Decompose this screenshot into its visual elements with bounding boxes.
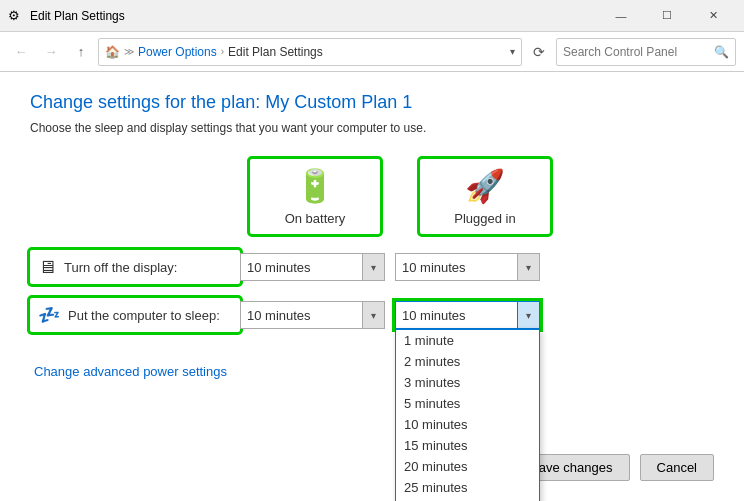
breadcrumb-dropdown-arrow[interactable]: ▾ (510, 46, 515, 57)
display-plugged-value: 10 minutes (402, 260, 533, 275)
battery-icon: 🔋 (295, 167, 335, 205)
sleep-battery-arrow: ▾ (362, 302, 384, 328)
main-content: Change settings for the plan: My Custom … (0, 72, 744, 501)
search-box: 🔍 (556, 38, 736, 66)
sleep-battery-value: 10 minutes (247, 308, 378, 323)
maximize-button[interactable]: ☐ (644, 0, 690, 32)
display-label: 🖥 Turn off the display: (30, 250, 240, 284)
titlebar-controls: — ☐ ✕ (598, 0, 736, 32)
display-setting-row: 🖥 Turn off the display: 10 minutes ▾ 10 … (30, 250, 714, 284)
breadcrumb-power-options[interactable]: Power Options (138, 45, 217, 59)
bottom-buttons: Save changes Cancel (513, 454, 714, 481)
breadcrumb-home-icon: 🏠 (105, 45, 120, 59)
display-battery-arrow: ▾ (362, 254, 384, 280)
list-item[interactable]: 15 minutes (396, 435, 539, 456)
list-item[interactable]: 25 minutes (396, 477, 539, 498)
list-item[interactable]: 1 minute (396, 330, 539, 351)
search-input[interactable] (563, 45, 714, 59)
column-headers: 🔋 On battery 🚀 Plugged in (250, 159, 714, 234)
list-item[interactable]: 3 minutes (396, 372, 539, 393)
sleep-label-text: Put the computer to sleep: (68, 308, 220, 323)
sleep-battery-dropdown[interactable]: 10 minutes ▾ (240, 301, 385, 329)
sleep-icon: 💤 (38, 304, 60, 326)
app-icon: ⚙ (8, 8, 24, 24)
refresh-button[interactable]: ⟳ (526, 39, 552, 65)
rocket-icon: 🚀 (465, 167, 505, 205)
breadcrumb-sep1: ≫ (124, 46, 134, 57)
titlebar-title: Edit Plan Settings (30, 9, 598, 23)
sleep-label: 💤 Put the computer to sleep: (30, 298, 240, 332)
display-plugged-arrow: ▾ (517, 254, 539, 280)
display-label-text: Turn off the display: (64, 260, 177, 275)
minimize-button[interactable]: — (598, 0, 644, 32)
list-item[interactable]: 10 minutes (396, 414, 539, 435)
sleep-plugged-dropdown-area: 10 minutes ▾ 1 minute2 minutes3 minutes5… (395, 301, 540, 329)
list-item[interactable]: 5 minutes (396, 393, 539, 414)
titlebar: ⚙ Edit Plan Settings — ☐ ✕ (0, 0, 744, 32)
page-title: Change settings for the plan: My Custom … (30, 92, 714, 113)
breadcrumb-sep2: › (221, 46, 224, 57)
settings-rows: 🖥 Turn off the display: 10 minutes ▾ 10 … (30, 250, 714, 332)
breadcrumb-current: Edit Plan Settings (228, 45, 323, 59)
sleep-setting-row: 💤 Put the computer to sleep: 10 minutes … (30, 298, 714, 332)
display-icon: 🖥 (38, 257, 56, 278)
display-battery-value: 10 minutes (247, 260, 378, 275)
display-battery-dropdown[interactable]: 10 minutes ▾ (240, 253, 385, 281)
list-item[interactable]: 2 minutes (396, 351, 539, 372)
plugged-in-header: 🚀 Plugged in (420, 159, 550, 234)
plugged-in-label: Plugged in (454, 211, 515, 226)
on-battery-header: 🔋 On battery (250, 159, 380, 234)
forward-button[interactable]: → (38, 39, 64, 65)
sleep-plugged-dropdown[interactable]: 10 minutes ▾ (395, 301, 540, 329)
advanced-power-settings-link[interactable]: Change advanced power settings (34, 364, 227, 379)
display-plugged-dropdown[interactable]: 10 minutes ▾ (395, 253, 540, 281)
on-battery-label: On battery (285, 211, 346, 226)
breadcrumb: 🏠 ≫ Power Options › Edit Plan Settings ▾ (98, 38, 522, 66)
addressbar: ← → ↑ 🏠 ≫ Power Options › Edit Plan Sett… (0, 32, 744, 72)
up-button[interactable]: ↑ (68, 39, 94, 65)
back-button[interactable]: ← (8, 39, 34, 65)
page-subtitle: Choose the sleep and display settings th… (30, 121, 714, 135)
sleep-plugged-arrow: ▾ (517, 302, 539, 328)
cancel-button[interactable]: Cancel (640, 454, 714, 481)
search-icon: 🔍 (714, 45, 729, 59)
sleep-plugged-dropdown-list: 1 minute2 minutes3 minutes5 minutes10 mi… (395, 329, 540, 501)
close-button[interactable]: ✕ (690, 0, 736, 32)
list-item[interactable]: 20 minutes (396, 456, 539, 477)
sleep-plugged-value: 10 minutes (402, 308, 533, 323)
